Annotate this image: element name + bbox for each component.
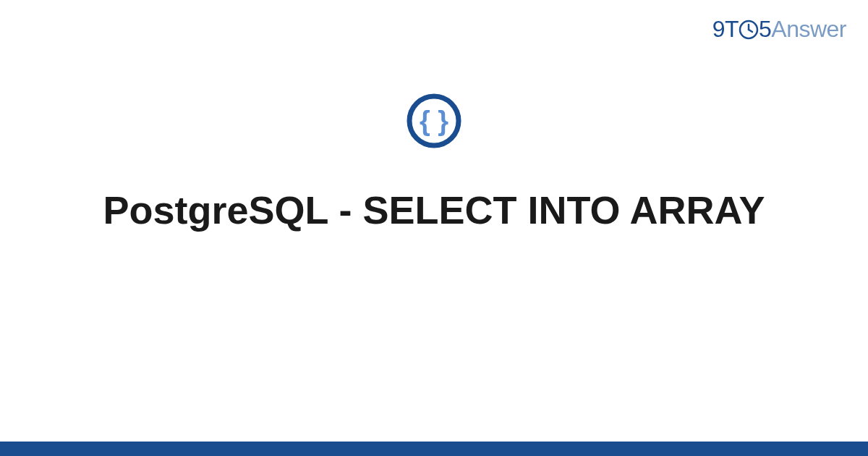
- brand-logo: 9T 5Answer: [712, 16, 846, 43]
- svg-text:{ }: { }: [420, 106, 448, 136]
- page-title: PostgreSQL - SELECT INTO ARRAY: [0, 187, 868, 235]
- brand-part-1: 9T: [712, 16, 739, 42]
- svg-line-2: [749, 30, 752, 32]
- code-braces-icon: { }: [406, 93, 462, 149]
- brand-part-2: 5: [759, 16, 771, 42]
- brand-part-3: Answer: [771, 16, 846, 42]
- footer-accent-bar: [0, 442, 868, 456]
- clock-icon: [739, 20, 759, 40]
